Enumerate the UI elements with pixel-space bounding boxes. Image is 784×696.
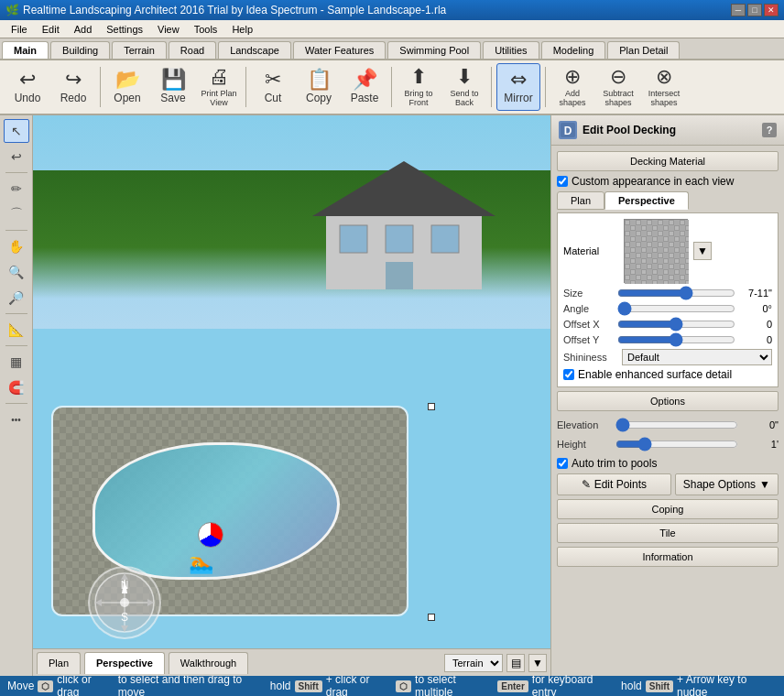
undo-tool[interactable]: ↩: [4, 145, 29, 169]
title-text: Realtime Landscaping Architect 2016 Tria…: [23, 4, 446, 16]
open-button[interactable]: 📂 Open: [105, 63, 149, 111]
view-tab-walkthrough[interactable]: Walkthrough: [169, 652, 248, 674]
tab-terrain[interactable]: Terrain: [112, 41, 167, 59]
print-button[interactable]: 🖨 Print Plan View: [197, 63, 241, 111]
terrain-btn2[interactable]: ▼: [528, 654, 547, 672]
tab-plan-detail[interactable]: Plan Detail: [607, 41, 680, 59]
enter-key-badge: Enter: [497, 680, 528, 692]
mirror-button[interactable]: ⇔ Mirror: [496, 63, 540, 111]
snap-tool[interactable]: 🧲: [4, 375, 29, 399]
status-select-multiple: to select multiple: [415, 673, 494, 696]
print-icon: 🖨: [209, 67, 229, 87]
measure-tool[interactable]: 📐: [4, 318, 29, 342]
undo-button[interactable]: ↩ Undo: [5, 63, 49, 111]
view-tabs: Plan Perspective Walkthrough Terrain Aer…: [33, 648, 550, 676]
information-button[interactable]: Information: [557, 547, 779, 567]
view-tab-perspective[interactable]: Perspective: [84, 652, 165, 674]
height-row: Height 1': [557, 438, 779, 451]
subtab-perspective[interactable]: Perspective: [604, 191, 689, 210]
options-button[interactable]: Options: [557, 391, 779, 411]
height-value: 1': [742, 439, 779, 450]
tile-button[interactable]: Tile: [557, 523, 779, 543]
offset-y-label: Offset Y: [563, 334, 614, 345]
auto-trim-checkbox[interactable]: [557, 458, 568, 469]
zoom-tool[interactable]: 🔍: [4, 260, 29, 284]
coping-button[interactable]: Coping: [557, 499, 779, 519]
menu-view[interactable]: View: [150, 22, 187, 37]
intersect-shapes-button[interactable]: ⊗ Intersect shapes: [642, 63, 686, 111]
size-slider[interactable]: [617, 287, 735, 299]
terrain-btn1[interactable]: ▤: [506, 654, 525, 672]
pen-tool[interactable]: ⌒: [4, 202, 29, 226]
maximize-btn[interactable]: □: [747, 4, 762, 16]
more-tool[interactable]: •••: [4, 408, 29, 431]
custom-appearance-checkbox[interactable]: [557, 176, 568, 187]
close-btn[interactable]: ✕: [764, 4, 779, 16]
pool-decking-icon: D: [559, 121, 577, 139]
view-tab-plan[interactable]: Plan: [37, 652, 81, 674]
auto-trim-label: Auto trim to pools: [572, 457, 657, 470]
subtract-shapes-label: Subtract shapes: [599, 89, 637, 107]
tab-building[interactable]: Building: [50, 41, 110, 59]
shape-options-arrow-icon: ▼: [759, 478, 770, 491]
redo-label: Redo: [60, 92, 87, 104]
selection-handle-tr[interactable]: [428, 403, 435, 410]
copy-button[interactable]: 📋 Copy: [297, 63, 341, 111]
material-dropdown-btn[interactable]: ▼: [693, 242, 712, 260]
tab-main[interactable]: Main: [2, 41, 49, 59]
enhanced-surface-label: Enable enhanced surface detail: [578, 368, 732, 381]
angle-slider[interactable]: [617, 302, 735, 315]
subtract-shapes-button[interactable]: ⊖ Subtract shapes: [596, 63, 640, 111]
shape-options-button[interactable]: Shape Options ▼: [675, 473, 779, 495]
tab-landscape[interactable]: Landscape: [218, 41, 291, 59]
menu-add[interactable]: Add: [67, 22, 100, 37]
redo-icon: ↪: [65, 70, 82, 90]
height-slider[interactable]: [615, 438, 738, 451]
add-shapes-button[interactable]: ⊕ Add shapes: [550, 63, 594, 111]
save-button[interactable]: 💾 Save: [151, 63, 195, 111]
zoom2-tool[interactable]: 🔎: [4, 286, 29, 310]
subtab-plan[interactable]: Plan: [557, 191, 604, 210]
menu-help[interactable]: Help: [224, 22, 260, 37]
offset-x-slider[interactable]: [617, 318, 735, 331]
tab-utilities[interactable]: Utilities: [483, 41, 539, 59]
tab-swimming-pool[interactable]: Swimming Pool: [387, 41, 481, 59]
pan-tool[interactable]: ✋: [4, 234, 29, 258]
selection-handle-br[interactable]: [428, 614, 435, 621]
enhanced-surface-checkbox[interactable]: [563, 369, 574, 380]
tab-modeling[interactable]: Modeling: [541, 41, 606, 59]
redo-button[interactable]: ↪ Redo: [51, 63, 95, 111]
open-icon: 📂: [115, 70, 140, 90]
minimize-btn[interactable]: ─: [731, 4, 746, 16]
select-tool[interactable]: ↖: [4, 119, 29, 143]
viewport[interactable]: 🏊 N S Plan Perspective Walkth: [33, 115, 550, 676]
send-back-button[interactable]: ⬇ Send to Back: [442, 63, 486, 111]
terrain-dropdown[interactable]: Terrain Aerial Street: [444, 654, 503, 672]
grid-tool[interactable]: ▦: [4, 350, 29, 374]
offset-y-slider[interactable]: [617, 333, 735, 346]
beach-ball: [198, 522, 223, 548]
draw-tool[interactable]: ✏: [4, 177, 29, 201]
help-button[interactable]: ?: [762, 123, 777, 137]
tab-road[interactable]: Road: [169, 41, 216, 59]
menu-settings[interactable]: Settings: [99, 22, 150, 37]
edit-points-icon: ✎: [582, 478, 591, 491]
bring-front-button[interactable]: ⬆ Bring to Front: [397, 63, 441, 111]
svg-point-12: [120, 598, 129, 607]
content-area: ↖ ↩ ✏ ⌒ ✋ 🔍 🔎 📐 ▦ 🧲 •••: [0, 115, 784, 676]
status-arrow-label: + Arrow key to nudge: [677, 673, 777, 696]
paste-button[interactable]: 📌 Paste: [343, 63, 387, 111]
intersect-shapes-label: Intersect shapes: [645, 89, 683, 107]
orbit-compass[interactable]: N S: [88, 566, 161, 639]
elevation-slider[interactable]: [615, 419, 738, 431]
cut-button[interactable]: ✂ Cut: [251, 63, 295, 111]
shininess-dropdown[interactable]: Default Low Medium High: [622, 349, 772, 365]
menu-edit[interactable]: Edit: [35, 22, 67, 37]
panel-body: Decking Material Custom appearance in ea…: [551, 146, 784, 572]
menu-file[interactable]: File: [4, 22, 35, 37]
decking-material-button[interactable]: Decking Material: [557, 151, 779, 171]
menu-tools[interactable]: Tools: [187, 22, 225, 37]
edit-points-button[interactable]: ✎ Edit Points: [557, 473, 671, 495]
tab-water-features[interactable]: Water Features: [293, 41, 386, 59]
send-back-icon: ⬇: [456, 67, 473, 87]
